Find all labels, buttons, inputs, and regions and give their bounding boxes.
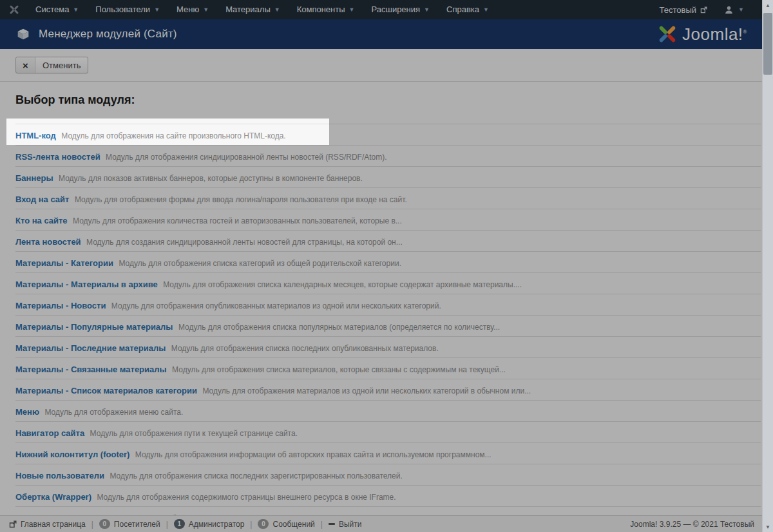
module-type-description: Модуль для отображения количества гостей… xyxy=(73,216,402,225)
module-type-link[interactable]: Нижний колонтитул (footer) xyxy=(15,450,129,459)
module-type-row: Материалы - Новости Модуль для отображен… xyxy=(15,294,761,316)
admin-menu: Система ▼ Пользователи ▼ Меню ▼ xyxy=(27,0,497,19)
module-type-description: Модуль для отображения синдицированной л… xyxy=(106,153,386,162)
module-type-link[interactable]: Материалы - Список материалов категории xyxy=(15,386,197,395)
admin-menu-item: Компоненты ▼ xyxy=(289,0,363,19)
module-type-heading: Выбор типа модуля: xyxy=(15,93,761,107)
scroll-down-arrow-icon[interactable]: ▼ xyxy=(763,522,773,532)
admin-menu-item: Справка ▼ xyxy=(438,0,497,19)
module-type-description: Модуль для показов активных баннеров, ко… xyxy=(59,174,363,183)
module-type-list: HTML-код Модуль для отображения на сайте… xyxy=(15,124,761,528)
module-type-row: Обертка (Wrapper) Модуль для отображения… xyxy=(15,486,761,507)
admin-menu-link[interactable]: Компоненты ▼ xyxy=(289,0,363,19)
joomla-logo: Joomla!® xyxy=(658,24,747,44)
logout-icon xyxy=(329,523,335,525)
module-type-row: Нижний колонтитул (footer) Модуль для от… xyxy=(15,443,761,464)
module-type-description: Модуль для отображения на сайте произвол… xyxy=(61,131,285,140)
toolbar: × Отменить xyxy=(0,49,773,82)
cube-icon xyxy=(17,28,30,41)
module-type-link[interactable]: Навигатор сайта xyxy=(15,428,84,438)
module-type-description: Модуль для отображения материалов из одн… xyxy=(202,386,531,395)
admin-menu-label: Справка xyxy=(446,0,479,19)
logout-link[interactable]: Выйти xyxy=(329,520,362,529)
module-type-link[interactable]: Лента новостей xyxy=(15,237,81,247)
module-type-link[interactable]: Материалы - Новости xyxy=(15,301,106,310)
admin-menu-label: Меню xyxy=(177,0,199,19)
module-type-link[interactable]: Материалы - Категории xyxy=(15,258,113,268)
home-page-link[interactable]: Главная страница xyxy=(9,520,86,529)
module-type-description: Модуль для отображения пути к текущей ст… xyxy=(90,429,298,438)
chevron-down-icon: ▼ xyxy=(424,7,430,13)
chevron-down-icon: ▼ xyxy=(73,7,79,13)
visitors-link[interactable]: 0 Посетителей xyxy=(99,519,160,529)
module-type-link[interactable]: Кто на сайте xyxy=(15,216,68,225)
module-type-link[interactable]: Баннеры xyxy=(15,173,53,183)
module-type-link[interactable]: Новые пользователи xyxy=(15,471,104,480)
divider: | xyxy=(166,520,168,529)
external-link-icon xyxy=(700,6,707,14)
navbar-right: Тестовый ▼ xyxy=(660,5,744,15)
main-content: Выбор типа модуля: HTML-код Модуль для о… xyxy=(0,93,773,528)
module-type-link[interactable]: Материалы - Материалы в архиве xyxy=(15,280,158,289)
module-type-row: RSS-лента новостей Модуль для отображени… xyxy=(15,146,761,167)
vertical-scrollbar[interactable]: ▲ ▼ xyxy=(762,0,773,532)
module-type-description: Модуль для отображения опубликованных ма… xyxy=(111,301,441,310)
admins-count-badge: 1 xyxy=(174,519,185,529)
visitors-count-badge: 0 xyxy=(99,519,110,529)
module-type-link[interactable]: Материалы - Популярные материалы xyxy=(15,322,173,332)
admin-menu-item: Пользователи ▼ xyxy=(87,0,168,19)
admin-navbar: Система ▼ Пользователи ▼ Меню ▼ xyxy=(0,0,773,19)
chevron-down-icon: ▼ xyxy=(738,7,744,13)
status-bar: Главная страница | 0 Посетителей | 1 Адм… xyxy=(0,515,762,532)
module-type-description: Модуль для отображения содержимого стран… xyxy=(97,493,396,502)
messages-count-badge: 0 xyxy=(258,519,269,529)
module-type-row: Материалы - Последние материалы Модуль д… xyxy=(15,337,761,358)
admins-link[interactable]: 1 Администратор xyxy=(174,519,245,529)
admin-menu-link[interactable]: Расширения ▼ xyxy=(363,0,438,19)
chevron-down-icon: ▼ xyxy=(154,7,160,13)
admin-menu-link[interactable]: Меню ▼ xyxy=(168,0,217,19)
module-type-row: Меню Модуль для отображения меню сайта. xyxy=(15,401,761,422)
module-type-description: Модуль для отображения списка популярных… xyxy=(178,323,500,332)
module-type-row: Лента новостей Модуль для создания синди… xyxy=(15,231,761,252)
module-type-row: Материалы - Материалы в архиве Модуль дл… xyxy=(15,273,761,294)
module-type-link[interactable]: Обертка (Wrapper) xyxy=(15,492,91,502)
admin-menu-label: Пользователи xyxy=(95,0,150,19)
module-type-link[interactable]: HTML-код xyxy=(15,131,56,140)
admin-menu-link[interactable]: Система ▼ xyxy=(27,0,87,19)
module-type-description: Модуль для создания синдицированной лент… xyxy=(86,238,403,247)
joomla-wordmark: Joomla!® xyxy=(682,24,747,44)
module-type-link[interactable]: Меню xyxy=(15,407,39,417)
admin-menu-label: Система xyxy=(35,0,69,19)
module-type-row: Материалы - Список материалов категории … xyxy=(15,379,761,401)
chevron-down-icon: ▼ xyxy=(203,7,209,13)
module-type-row: Материалы - Популярные материалы Модуль … xyxy=(15,316,761,337)
module-type-link[interactable]: Материалы - Последние материалы xyxy=(15,343,166,353)
module-type-row: Баннеры Модуль для показов активных банн… xyxy=(15,167,761,188)
module-type-link[interactable]: RSS-лента новостей xyxy=(15,152,100,162)
module-type-description: Модуль для отображения списка последних … xyxy=(110,471,402,480)
admin-menu-link[interactable]: Справка ▼ xyxy=(438,0,497,19)
admin-menu-link[interactable]: Материалы ▼ xyxy=(217,0,289,19)
module-type-row: Вход на сайт Модуль для отображения форм… xyxy=(15,188,761,209)
admin-menu-link[interactable]: Пользователи ▼ xyxy=(87,0,168,19)
module-type-description: Модуль для отображения списка календарны… xyxy=(163,280,522,289)
messages-link[interactable]: 0 Сообщений xyxy=(258,519,314,529)
site-preview-link[interactable]: Тестовый xyxy=(660,5,708,15)
module-type-link[interactable]: Вход на сайт xyxy=(15,195,69,204)
logout-label: Выйти xyxy=(339,520,362,529)
module-type-description: Модуль для отображения списка последних … xyxy=(171,344,439,353)
messages-label: Сообщений xyxy=(272,520,314,529)
module-type-link[interactable]: Материалы - Связанные материалы xyxy=(15,365,167,374)
module-type-description: Модуль для отображения списка категорий … xyxy=(119,259,401,268)
cancel-x-icon: × xyxy=(16,57,35,73)
site-preview-label: Тестовый xyxy=(660,5,697,15)
cancel-button[interactable]: × Отменить xyxy=(15,57,88,73)
scrollbar-thumb[interactable] xyxy=(763,13,772,75)
module-type-description: Модуль для отображения меню сайта. xyxy=(44,408,183,417)
scroll-up-arrow-icon[interactable]: ▲ xyxy=(763,0,773,10)
joomla-logo-icon xyxy=(658,24,677,44)
user-menu-button[interactable]: ▼ xyxy=(724,5,744,15)
module-type-row: HTML-код Модуль для отображения на сайте… xyxy=(15,124,761,146)
joomla-mark-icon xyxy=(9,5,19,15)
